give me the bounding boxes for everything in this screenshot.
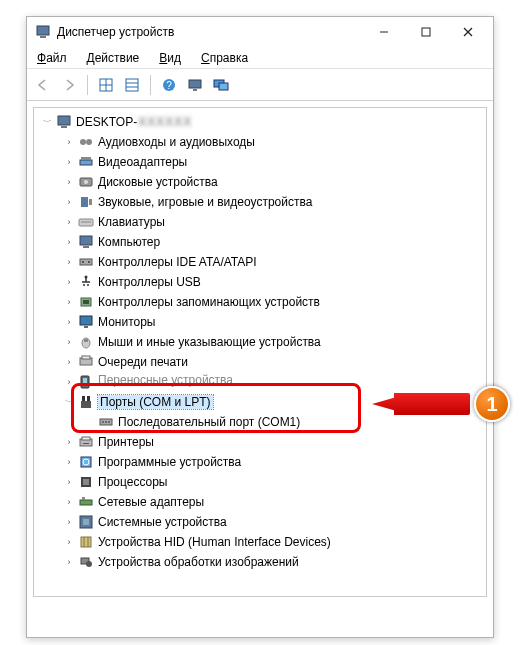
tree-item[interactable]: ›Контроллеры USB bbox=[36, 272, 484, 292]
expand-icon[interactable]: › bbox=[62, 257, 76, 267]
svg-rect-14 bbox=[189, 80, 201, 88]
tree-item[interactable]: ›Звуковые, игровые и видеоустройства bbox=[36, 192, 484, 212]
device-icon bbox=[78, 194, 94, 210]
toolbar-monitor-button[interactable] bbox=[183, 73, 207, 97]
tree-item[interactable]: ›Компьютер bbox=[36, 232, 484, 252]
svg-rect-30 bbox=[80, 236, 92, 245]
toolbar-list-button[interactable] bbox=[120, 73, 144, 97]
tree-item[interactable]: ›Клавиатуры bbox=[36, 212, 484, 232]
tree-item[interactable]: ›Мониторы bbox=[36, 312, 484, 332]
tree-item[interactable]: ›Аудиовходы и аудиовыходы bbox=[36, 132, 484, 152]
tree-item-label: Контроллеры USB bbox=[98, 275, 201, 289]
svg-rect-3 bbox=[422, 28, 430, 36]
toolbar-display-button[interactable] bbox=[209, 73, 233, 97]
device-icon bbox=[78, 254, 94, 270]
tree-item-label: Мониторы bbox=[98, 315, 155, 329]
tree-item[interactable]: ›Контроллеры запоминающих устройств bbox=[36, 292, 484, 312]
window-controls bbox=[363, 18, 489, 46]
expand-icon[interactable]: › bbox=[62, 237, 76, 247]
tree-item-label: Системные устройства bbox=[98, 515, 227, 529]
device-icon bbox=[78, 354, 94, 370]
svg-text:?: ? bbox=[166, 80, 172, 91]
expand-icon[interactable]: ﹀ bbox=[62, 396, 76, 409]
separator bbox=[150, 75, 151, 95]
tree-item-label: Аудиовходы и аудиовыходы bbox=[98, 135, 255, 149]
svg-rect-46 bbox=[82, 396, 85, 401]
expand-icon[interactable]: › bbox=[62, 317, 76, 327]
expand-icon[interactable]: › bbox=[62, 337, 76, 347]
tree-item[interactable]: ›Системные устройства bbox=[36, 512, 484, 532]
tree-item-label: Сетевые адаптеры bbox=[98, 495, 204, 509]
tree-item[interactable]: ›Очереди печати bbox=[36, 352, 484, 372]
svg-rect-9 bbox=[126, 79, 138, 91]
forward-button[interactable] bbox=[57, 73, 81, 97]
device-icon bbox=[78, 514, 94, 530]
expand-icon[interactable]: › bbox=[62, 217, 76, 227]
back-button[interactable] bbox=[31, 73, 55, 97]
device-icon bbox=[78, 294, 94, 310]
tree-item-label: Контроллеры IDE ATA/ATAPI bbox=[98, 255, 257, 269]
tree-item[interactable]: ›Дисковые устройства bbox=[36, 172, 484, 192]
close-button[interactable] bbox=[447, 18, 489, 46]
tree-item[interactable]: ›Контроллеры IDE ATA/ATAPI bbox=[36, 252, 484, 272]
maximize-button[interactable] bbox=[405, 18, 447, 46]
device-icon bbox=[78, 134, 94, 150]
svg-point-52 bbox=[108, 421, 110, 423]
toolbar-grid-button[interactable] bbox=[94, 73, 118, 97]
tree-item[interactable]: ›Устройства HID (Human Interface Devices… bbox=[36, 532, 484, 552]
svg-point-21 bbox=[86, 139, 92, 145]
device-icon bbox=[78, 214, 94, 230]
tree-item[interactable]: ﹀Порты (COM и LPT) bbox=[36, 392, 484, 412]
device-icon bbox=[78, 234, 94, 250]
svg-point-50 bbox=[102, 421, 104, 423]
expand-icon[interactable]: › bbox=[62, 177, 76, 187]
expand-icon[interactable]: › bbox=[62, 277, 76, 287]
tree-child-item[interactable]: Последовательный порт (COM1) bbox=[36, 412, 484, 432]
svg-rect-43 bbox=[82, 356, 90, 359]
menu-file[interactable]: Файл bbox=[33, 49, 71, 67]
expand-icon[interactable]: › bbox=[62, 137, 76, 147]
tree-item[interactable]: ›Сетевые адаптеры bbox=[36, 492, 484, 512]
tree-item[interactable]: ›Переносные устройства bbox=[36, 372, 484, 392]
tree-item-label: Контроллеры запоминающих устройств bbox=[98, 295, 320, 309]
expand-icon[interactable]: › bbox=[62, 157, 76, 167]
expand-icon[interactable]: › bbox=[62, 557, 76, 567]
toolbar-help-button[interactable]: ? bbox=[157, 73, 181, 97]
menu-view[interactable]: Вид bbox=[155, 49, 185, 67]
expand-icon[interactable]: › bbox=[62, 497, 76, 507]
svg-rect-63 bbox=[83, 519, 89, 525]
collapse-icon[interactable]: ﹀ bbox=[40, 116, 54, 129]
expand-icon[interactable]: › bbox=[62, 437, 76, 447]
toolbar: ? bbox=[27, 69, 493, 101]
menu-action[interactable]: Действие bbox=[83, 49, 144, 67]
svg-rect-23 bbox=[81, 157, 91, 160]
expand-icon[interactable]: › bbox=[62, 377, 76, 387]
tree-item-label: Переносные устройства bbox=[98, 373, 233, 387]
tree-item-label: Процессоры bbox=[98, 475, 168, 489]
menu-help[interactable]: Справка bbox=[197, 49, 252, 67]
expand-icon[interactable]: › bbox=[62, 517, 76, 527]
svg-point-35 bbox=[85, 276, 88, 279]
tree-item[interactable]: ›Мыши и иные указывающие устройства bbox=[36, 332, 484, 352]
device-icon bbox=[78, 334, 94, 350]
device-icon bbox=[78, 454, 94, 470]
tree-item[interactable]: ›Процессоры bbox=[36, 472, 484, 492]
expand-icon[interactable]: › bbox=[62, 297, 76, 307]
expand-icon[interactable]: › bbox=[62, 537, 76, 547]
tree-item[interactable]: ›Видеоадаптеры bbox=[36, 152, 484, 172]
svg-rect-26 bbox=[81, 197, 88, 207]
expand-icon[interactable]: › bbox=[62, 477, 76, 487]
expand-icon[interactable]: › bbox=[62, 357, 76, 367]
expand-icon[interactable]: › bbox=[62, 457, 76, 467]
expand-icon[interactable]: › bbox=[62, 197, 76, 207]
tree-item[interactable]: ›Программные устройства bbox=[36, 452, 484, 472]
svg-rect-32 bbox=[80, 259, 92, 265]
tree-item[interactable]: ›Устройства обработки изображений bbox=[36, 552, 484, 572]
tree-item[interactable]: ›Принтеры bbox=[36, 432, 484, 452]
tree-root-node[interactable]: ﹀DESKTOP-XXXXXX bbox=[36, 112, 484, 132]
svg-rect-34 bbox=[88, 261, 90, 263]
minimize-button[interactable] bbox=[363, 18, 405, 46]
device-icon bbox=[78, 174, 94, 190]
tree-item-label: Очереди печати bbox=[98, 355, 188, 369]
device-tree[interactable]: ﹀DESKTOP-XXXXXX›Аудиовходы и аудиовыходы… bbox=[33, 107, 487, 597]
